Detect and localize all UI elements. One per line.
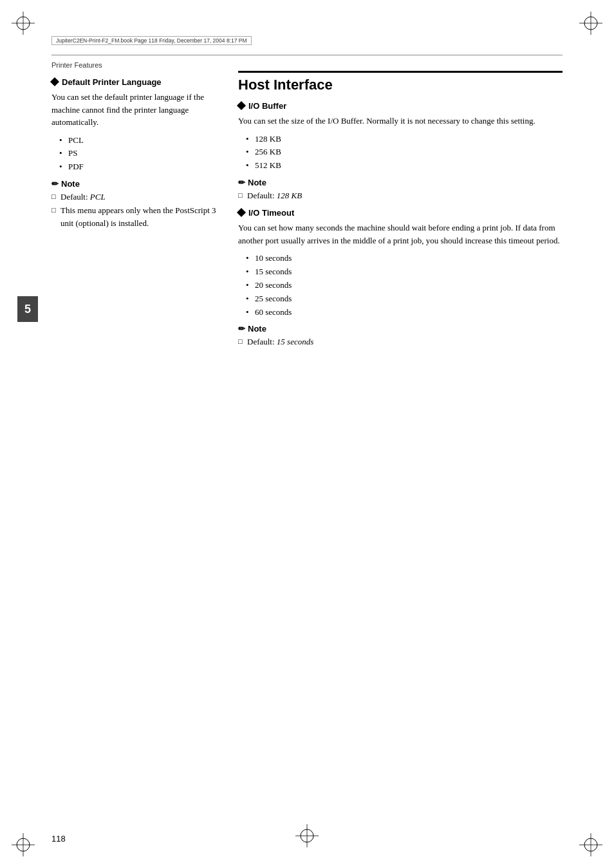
pencil-icon: ✏ xyxy=(238,178,245,187)
pencil-icon: ✏ xyxy=(51,179,59,189)
page-number: 118 xyxy=(51,834,66,844)
note-title: ✏ Note xyxy=(238,178,563,187)
io-buffer-body: You can set the size of the I/O Buffer. … xyxy=(238,115,563,127)
list-item: PS xyxy=(59,147,219,160)
io-timeout-body: You can set how many seconds the machine… xyxy=(238,222,563,247)
io-timeout-heading: I/O Timeout xyxy=(238,208,563,218)
diamond-icon xyxy=(237,101,246,110)
default-printer-language-body: You can set the default printer language… xyxy=(51,91,219,129)
bottom-crosshair xyxy=(295,824,319,850)
list-item: 60 seconds xyxy=(246,306,563,319)
io-buffer-list: 128 KB 256 KB 512 KB xyxy=(246,133,563,173)
list-item: 20 seconds xyxy=(246,279,563,292)
io-buffer-note: ✏ Note Default: 128 KB xyxy=(238,178,563,202)
diamond-icon xyxy=(237,208,246,217)
file-info: JupiterC2EN-Print-F2_FM.book Page 118 Fr… xyxy=(51,36,563,45)
corner-tr xyxy=(579,12,602,35)
list-item: 128 KB xyxy=(246,133,563,146)
left-column: Default Printer Language You can set the… xyxy=(51,71,219,804)
section-label: Printer Features xyxy=(51,61,102,69)
chapter-tab: 5 xyxy=(17,296,38,322)
note-item-default: Default: PCL xyxy=(51,191,219,203)
content-area: Default Printer Language You can set the… xyxy=(51,71,563,804)
note-item-default-128: Default: 128 KB xyxy=(238,189,563,202)
file-info-text: JupiterC2EN-Print-F2_FM.book Page 118 Fr… xyxy=(51,36,252,45)
list-item: 512 KB xyxy=(246,159,563,173)
list-item: PDF xyxy=(59,160,219,174)
right-column: Host Interface I/O Buffer You can set th… xyxy=(238,71,563,804)
corner-br xyxy=(579,833,602,856)
list-item: 256 KB xyxy=(246,146,563,159)
list-item: 15 seconds xyxy=(246,265,563,279)
note-item-default-15: Default: 15 seconds xyxy=(238,335,563,348)
note-title: ✏ Note xyxy=(51,179,219,189)
default-printer-language-note: ✏ Note Default: PCL This menu appears on… xyxy=(51,179,219,230)
list-item: PCL xyxy=(59,134,219,147)
io-timeout-note: ✏ Note Default: 15 seconds xyxy=(238,324,563,348)
note-item-postscript: This menu appears only when the PostScri… xyxy=(51,204,219,229)
list-item: 10 seconds xyxy=(246,252,563,265)
host-interface-title: Host Interface xyxy=(238,71,563,93)
diamond-icon xyxy=(50,77,59,86)
list-item: 25 seconds xyxy=(246,292,563,306)
corner-bl xyxy=(12,833,35,856)
header-rule xyxy=(51,55,563,55)
note-title: ✏ Note xyxy=(238,324,563,334)
default-printer-language-list: PCL PS PDF xyxy=(59,134,219,174)
io-timeout-list: 10 seconds 15 seconds 20 seconds 25 seco… xyxy=(246,252,563,319)
corner-tl xyxy=(12,12,35,35)
default-printer-language-heading: Default Printer Language xyxy=(51,77,219,87)
pencil-icon: ✏ xyxy=(238,324,245,334)
io-buffer-heading: I/O Buffer xyxy=(238,101,563,111)
page: JupiterC2EN-Print-F2_FM.book Page 118 Fr… xyxy=(0,0,614,868)
